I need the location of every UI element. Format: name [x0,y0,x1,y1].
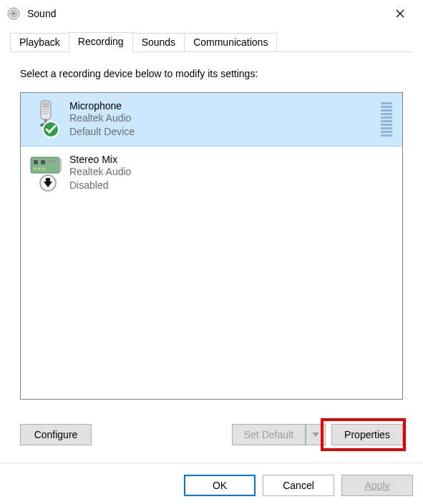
level-meter-icon [381,102,392,137]
svg-marker-23 [312,433,319,437]
svg-point-17 [34,167,37,170]
device-button-row: Configure Set Default Properties [0,411,423,445]
tab-communications[interactable]: Communications [184,33,277,52]
tab-sounds[interactable]: Sounds [132,33,185,52]
device-row-stereo-mix[interactable]: Stereo Mix Realtek Audio Disabled [21,146,402,200]
tab-playback[interactable]: Playback [10,33,69,52]
device-list[interactable]: Microphone Realtek Audio Default Device [20,92,403,400]
device-driver: Realtek Audio [69,112,381,125]
close-icon [396,9,404,18]
apply-label: Apply [364,480,389,491]
device-driver: Realtek Audio [69,165,395,179]
svg-rect-15 [41,160,45,164]
microphone-icon [28,99,65,139]
tab-content: Select a recording device below to modif… [0,52,423,411]
device-name: Stereo Mix [69,154,395,165]
device-row-microphone[interactable]: Microphone Realtek Audio Default Device [20,92,403,147]
svg-point-2 [12,12,15,15]
device-status: Disabled [69,179,395,192]
close-button[interactable] [386,3,414,24]
configure-button[interactable]: Configure [20,424,92,445]
ok-button[interactable]: OK [184,475,256,496]
cancel-button[interactable]: Cancel [263,475,334,496]
tab-strip: Playback Recording Sounds Communications [0,27,423,52]
set-default-button: Set Default [232,424,306,445]
svg-point-18 [38,167,41,170]
speaker-icon [7,7,20,20]
chevron-down-icon [312,433,319,437]
window-title: Sound [27,8,56,19]
dialog-button-row: OK Cancel Apply [0,463,423,496]
svg-rect-16 [48,160,55,163]
device-status: Default Device [69,125,381,139]
svg-rect-20 [59,159,62,172]
properties-button[interactable]: Properties [331,424,403,445]
svg-point-19 [42,167,45,170]
device-name: Microphone [69,100,381,112]
apply-button: Apply [341,475,413,496]
set-default-dropdown [306,424,326,445]
instruction-text: Select a recording device below to modif… [20,68,403,79]
titlebar: Sound [0,0,423,27]
tab-recording[interactable]: Recording [69,32,133,52]
svg-rect-6 [42,102,49,108]
svg-rect-13 [31,157,59,173]
svg-rect-14 [34,160,38,164]
sound-card-icon [28,153,65,193]
